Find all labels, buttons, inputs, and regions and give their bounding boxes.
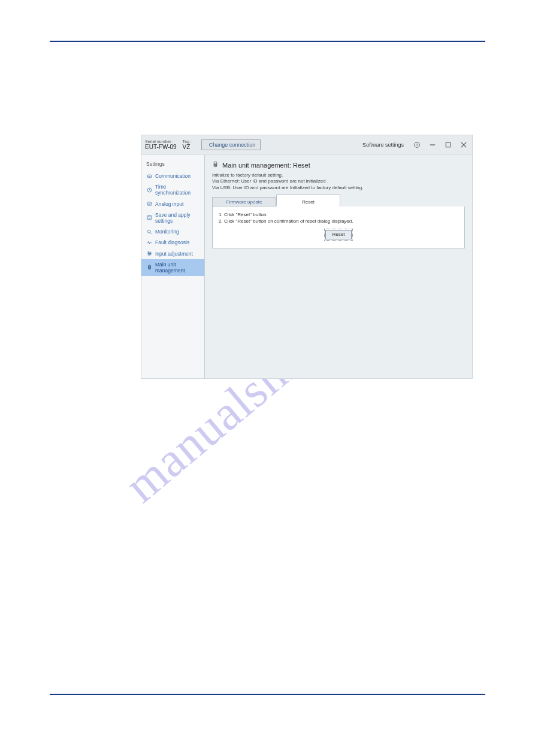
reset-button[interactable]: Reset	[325, 230, 352, 239]
sidebar-item-analog-input[interactable]: Analog input	[141, 199, 204, 210]
page-title: Main unit management: Reset	[222, 162, 310, 169]
help-icon[interactable]: ?	[412, 140, 422, 150]
tab-label: Firmware update	[226, 199, 262, 205]
svg-point-18	[147, 230, 150, 233]
communication-icon	[146, 173, 152, 179]
heartbeat-icon	[146, 239, 152, 245]
sidebar-item-input-adjustment[interactable]: Input adjustment	[141, 248, 204, 259]
sidebar-item-label: Communication	[155, 173, 201, 179]
svg-rect-17	[147, 216, 152, 220]
tag-value: VZ	[183, 144, 192, 151]
svg-point-12	[148, 175, 149, 176]
sidebar-item-label: Time synchronization	[155, 184, 201, 196]
maximize-icon[interactable]	[443, 140, 453, 150]
svg-point-20	[150, 253, 151, 254]
svg-point-21	[149, 254, 150, 256]
serial-block: Serial number : EUT-FW-09	[145, 139, 177, 151]
tab-reset[interactable]: Reset	[276, 195, 340, 207]
reset-panel: 1. Click "Reset" button. 2. Click "Reset…	[212, 207, 465, 248]
sidebar-item-communication[interactable]: Communication	[141, 171, 204, 181]
desc-line: Via Ethernet: User ID and password are n…	[212, 178, 465, 184]
svg-rect-8	[446, 142, 451, 147]
content-description: Initialize to factory default setting. V…	[212, 172, 465, 191]
software-settings-dropdown[interactable]: Software settings	[360, 142, 406, 148]
document-page: manualshive.com Serial number : EUT-FW-0…	[0, 0, 535, 756]
sidebar-item-save-apply[interactable]: Save and apply settings	[141, 210, 204, 226]
serial-value: EUT-FW-09	[145, 144, 177, 151]
sidebar-item-label: Fault diagnosis	[155, 239, 201, 245]
body-split: Settings Communication Time synchronizat…	[141, 155, 472, 378]
tag-block: Tag : VZ	[183, 139, 192, 151]
sidebar-item-label: Monitoring	[155, 229, 201, 235]
app-window: Serial number : EUT-FW-09 Tag : VZ Chang…	[141, 135, 473, 379]
tag-label: Tag :	[183, 139, 192, 144]
analog-icon	[146, 201, 152, 207]
step-line: 2. Click "Reset" button on confimation o…	[219, 218, 458, 224]
tab-firmware-update[interactable]: Firmware update	[212, 197, 276, 207]
adjust-icon	[146, 251, 152, 257]
software-settings-label: Software settings	[362, 142, 404, 148]
desc-line: Initialize to factory default setting.	[212, 172, 465, 178]
sidebar-item-label: Save and apply settings	[155, 212, 201, 224]
sidebar-item-label: Input adjustment	[155, 251, 201, 257]
reset-steps: 1. Click "Reset" button. 2. Click "Reset…	[219, 211, 458, 224]
divider-top	[50, 41, 485, 42]
change-connection-label: Change connection	[209, 142, 256, 148]
minimize-icon[interactable]	[428, 140, 437, 150]
content-title-row: Main unit management: Reset	[212, 161, 465, 169]
titlebar: Serial number : EUT-FW-09 Tag : VZ Chang…	[141, 135, 472, 155]
change-connection-button[interactable]: Change connection	[201, 139, 261, 150]
sidebar-item-fault-diagnosis[interactable]: Fault diagnosis	[141, 237, 204, 248]
sidebar-item-label: Main unit management	[155, 262, 201, 274]
svg-point-13	[149, 175, 149, 176]
desc-line: Via USB: User ID and password are Initia…	[212, 185, 465, 191]
sidebar-item-label: Analog input	[155, 201, 201, 207]
save-icon	[146, 215, 152, 221]
monitor-icon	[146, 229, 152, 235]
sidebar-item-monitoring[interactable]: Monitoring	[141, 226, 204, 237]
divider-bottom	[50, 694, 485, 695]
svg-point-19	[148, 252, 149, 253]
close-icon[interactable]	[459, 140, 468, 150]
step-line: 1. Click "Reset" button.	[219, 211, 458, 218]
titlebar-right: Software settings ?	[360, 140, 468, 150]
sidebar: Settings Communication Time synchronizat…	[141, 155, 205, 378]
tab-strip: Firmware update Reset	[212, 195, 465, 207]
content-area: Main unit management: Reset Initialize t…	[205, 155, 472, 378]
sidebar-header: Settings	[141, 161, 204, 171]
sidebar-item-time-sync[interactable]: Time synchronization	[141, 181, 204, 198]
serial-label: Serial number :	[145, 139, 177, 144]
sidebar-item-main-unit-mgmt[interactable]: Main unit management	[141, 259, 204, 276]
svg-point-14	[150, 175, 150, 176]
svg-text:?: ?	[416, 143, 418, 147]
clock-icon	[146, 187, 152, 193]
device-icon	[212, 161, 219, 169]
tab-label: Reset	[302, 199, 315, 205]
device-icon	[146, 265, 152, 271]
